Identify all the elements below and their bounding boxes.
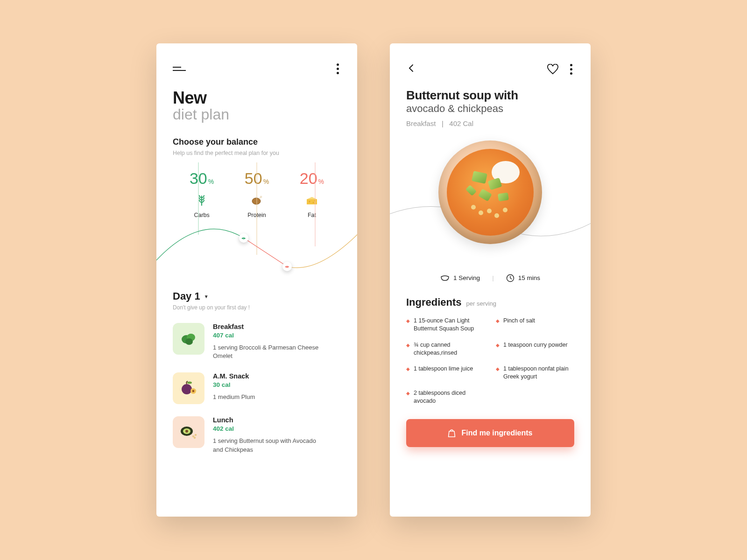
clock-icon [506, 274, 514, 282]
meal-description: 1 medium Plum [213, 393, 255, 401]
meal-thumb-lunch [173, 416, 204, 448]
ingredient-item: ◆1 tablespoon nonfat plain Greek yogurt [496, 365, 574, 381]
protein-percent: 50 [245, 169, 262, 188]
balance-heading: Choose your balance [173, 137, 341, 147]
day-label: Day 1 [173, 290, 200, 302]
page-subtitle: diet plan [173, 106, 341, 123]
meal-calories: 402 cal [213, 425, 320, 432]
svg-point-14 [192, 390, 195, 392]
meal-description: 1 serving Butternut soup with Avocado an… [213, 437, 320, 454]
ingredients-list: ◆1 15-ounce Can Light Butternut Squash S… [406, 317, 574, 405]
balance-carbs[interactable]: 30% Carbs [175, 169, 229, 218]
balance-fat[interactable]: 20% Fat [285, 169, 339, 218]
top-bar [406, 62, 574, 77]
more-icon[interactable] [335, 62, 341, 76]
recipe-image [406, 136, 574, 271]
slider-handle-carbs-protein[interactable]: ◂▸ [239, 233, 248, 243]
meal-thumb-snack [173, 372, 204, 404]
back-icon[interactable] [406, 62, 416, 77]
bag-icon [448, 428, 456, 437]
menu-icon[interactable] [173, 67, 186, 71]
svg-point-2 [309, 201, 310, 202]
meal-thumb-breakfast [173, 323, 204, 355]
balance-subheading: Help us find the perfect meal plan for y… [173, 150, 341, 156]
bowl-icon [440, 274, 450, 282]
ingredient-item: ◆Pinch of salt [496, 317, 574, 333]
recipe-calories: 402 Cal [449, 119, 473, 127]
meal-name: Lunch [213, 416, 320, 424]
slider-handle-protein-fat[interactable]: ◂▸ [282, 262, 292, 271]
fat-percent: 20 [300, 169, 317, 188]
meal-snack[interactable]: A.M. Snack 30 cal 1 medium Plum [173, 372, 341, 404]
meal-description: 1 serving Broccoli & Parmesan Cheese Ome… [213, 343, 320, 360]
ingredient-item: ◆1 tablespoon lime juice [406, 365, 485, 381]
meal-breakfast[interactable]: Breakfast 407 cal 1 serving Broccoli & P… [173, 323, 341, 360]
recipe-meal-type: Breakfast [406, 119, 436, 127]
more-icon[interactable] [568, 62, 574, 77]
ingredient-item: ◆1 teaspoon curry powder [496, 341, 574, 357]
svg-point-17 [185, 430, 188, 433]
recipe-detail-screen: Butternut soup with avocado & chickpeas … [390, 43, 591, 517]
separator: | [492, 274, 494, 281]
recipe-title: Butternut soup with [406, 89, 574, 103]
chevron-down-icon: ▼ [204, 294, 209, 299]
day-selector[interactable]: Day 1 ▼ [173, 290, 341, 302]
balance-slider-track: ◂▸ ◂▸ [173, 218, 341, 288]
heart-icon[interactable] [547, 64, 559, 75]
svg-point-10 [185, 338, 193, 345]
day-subtext: Don't give up on your first day ! [173, 304, 341, 311]
meal-name: Breakfast [213, 323, 320, 330]
serving-size: 1 Serving [440, 274, 480, 282]
ingredient-item: ◆¾ cup canned chickpeas,rinsed [406, 341, 485, 357]
svg-point-12 [187, 382, 192, 384]
recipe-meta: Breakfast | 402 Cal [406, 119, 574, 127]
svg-point-20 [194, 437, 196, 439]
find-ingredients-button[interactable]: Find me ingredients [406, 419, 574, 447]
diet-plan-screen: New diet plan Choose your balance Help u… [156, 43, 357, 517]
ingredient-item: ◆1 15-ounce Can Light Butternut Squash S… [406, 317, 485, 333]
carbs-label: Carbs [194, 212, 209, 218]
meal-calories: 407 cal [213, 332, 320, 339]
ingredients-heading: Ingredients per serving [406, 296, 574, 308]
recipe-subtitle: avocado & chickpeas [406, 103, 574, 115]
top-bar [173, 62, 341, 75]
meal-calories: 30 cal [213, 381, 255, 388]
svg-point-11 [182, 384, 192, 394]
meal-name: A.M. Snack [213, 372, 255, 380]
ingredient-item: ◆2 tablespoons diced avocado [406, 389, 485, 405]
fat-label: Fat [308, 212, 316, 218]
svg-point-3 [313, 202, 314, 203]
page-title: New [173, 88, 341, 108]
serving-info-row: 1 Serving | 15 mins [406, 274, 574, 282]
meal-lunch[interactable]: Lunch 402 cal 1 serving Butternut soup w… [173, 416, 341, 454]
cook-time: 15 mins [506, 274, 540, 282]
cheese-icon [306, 194, 317, 207]
svg-point-19 [195, 434, 197, 436]
